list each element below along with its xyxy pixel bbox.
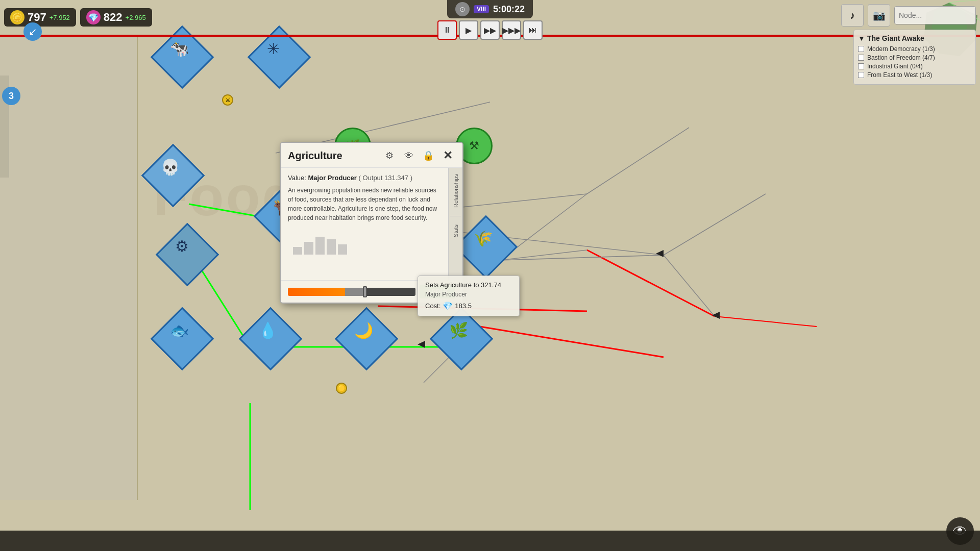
gems-value: 822 (104, 11, 122, 24)
quest-title-text: The Giant Awake (867, 34, 924, 42)
dialog-body: Value: Major Producer ( Output 131.347 )… (281, 168, 462, 280)
settings-icon-btn[interactable]: ⚙ (382, 148, 397, 163)
node-sun-moon[interactable]: 🌙 (344, 316, 389, 361)
quest-label-2: Bastion of Freedom (4/7) (867, 54, 935, 61)
description-text: An evergrowing population needs new reli… (288, 186, 441, 222)
slider-track[interactable] (288, 288, 415, 296)
gold-icon: 🪙 (10, 10, 24, 24)
tab-stats[interactable]: Stats (452, 222, 460, 239)
quest-label-1: Modern Democracy (1/3) (867, 45, 935, 53)
play-button[interactable]: ▶ (459, 20, 478, 40)
dialog-header: Agriculture ⚙ 👁 🔒 ✕ (281, 143, 462, 168)
quest-label-4: From East to West (1/3) (867, 71, 932, 79)
music-button[interactable]: ♪ (841, 4, 864, 27)
map-resource-1: ⚔ (222, 94, 233, 106)
tooltip-cost: Cost: 💎 183.5 (425, 301, 512, 311)
quest-arrow[interactable]: ▼ (858, 34, 865, 42)
node-skull[interactable]: 💀 (151, 153, 195, 198)
quest-title: ▼ The Giant Awake (858, 34, 971, 42)
svg-rect-29 (315, 237, 325, 255)
output-value: ( Output 131.347 ) (357, 174, 412, 182)
quest-panel: ▼ The Giant Awake Modern Democracy (1/3)… (853, 30, 976, 85)
node-cattle-top[interactable]: 🐄 (160, 35, 205, 80)
tooltip-line2: Major Producer (425, 291, 512, 298)
tab-divider (450, 216, 461, 216)
slider-thumb[interactable] (363, 286, 367, 297)
node-wheat[interactable]: 🌿 (439, 316, 484, 361)
dialog-title: Agriculture (288, 150, 342, 162)
tab-relationships[interactable]: Relationships (452, 172, 460, 210)
timer-coin-icon: ⊙ (455, 2, 470, 16)
node-fish[interactable]: 🐟 (160, 316, 205, 361)
svg-rect-31 (338, 244, 347, 255)
center-controls: ⊙ VIII 5:00:22 ⏸ ▶ ▶▶ ▶▶▶ ⏭ (437, 0, 543, 40)
skip-button[interactable]: ⏭ (523, 20, 543, 40)
lock-icon-btn[interactable]: 🔒 (421, 148, 436, 163)
node-windmill[interactable]: ⚙ (165, 232, 210, 277)
quest-item-3: Industrial Giant (0/4) (858, 63, 971, 70)
quest-checkbox-3[interactable] (858, 63, 864, 69)
node-sunburst[interactable]: ✳ (257, 35, 302, 80)
cost-gem-icon: 💎 (443, 301, 453, 311)
dialog-icons: ⚙ 👁 🔒 ✕ (382, 148, 455, 163)
timer-badge: VIII (474, 5, 489, 13)
map-resource-2: 🟡 (336, 383, 347, 394)
quest-checkbox-1[interactable] (858, 46, 864, 52)
svg-rect-28 (304, 242, 313, 255)
mini-chart (288, 227, 441, 259)
gold-delta: +7.952 (50, 14, 70, 21)
gold-resource: 🪙 797 +7.952 (4, 8, 76, 27)
node-grain-right[interactable]: 🌾 (463, 224, 508, 269)
dialog-sidebar-tabs: Relationships Stats (448, 168, 462, 280)
cost-value: 183.5 (455, 302, 472, 310)
playback-row: ⏸ ▶ ▶▶ ▶▶▶ ⏭ (437, 20, 543, 40)
left-sidebar (0, 35, 138, 500)
gold-value: 797 (28, 11, 46, 24)
top-right-controls: ♪ 📷 (841, 4, 976, 27)
eye-icon-btn[interactable]: 👁 (401, 148, 416, 163)
quest-checkbox-4[interactable] (858, 72, 864, 78)
close-button[interactable]: ✕ (440, 148, 455, 163)
quest-item-1: Modern Democracy (1/3) (858, 45, 971, 53)
pause-button[interactable]: ⏸ (437, 20, 457, 40)
bottom-bar (0, 531, 980, 551)
camera-button[interactable]: 📷 (868, 4, 890, 27)
tooltip: Sets Agriculture to 321.74 Major Produce… (418, 276, 520, 316)
tooltip-line1: Sets Agriculture to 321.74 (425, 281, 512, 289)
gem-icon: 💎 (86, 10, 101, 24)
quest-checkbox-2[interactable] (858, 55, 864, 61)
quest-label-3: Industrial Giant (0/4) (867, 63, 923, 70)
timer-value: 5:00:22 (493, 4, 525, 15)
svg-rect-27 (293, 247, 302, 255)
fast-forward-button[interactable]: ▶▶ (480, 20, 500, 40)
quest-item-2: Bastion of Freedom (4/7) (858, 54, 971, 61)
number-badge: 3 (2, 87, 20, 105)
gems-delta: +2.965 (126, 14, 146, 21)
faster-forward-button[interactable]: ▶▶▶ (502, 20, 521, 40)
node-search-input[interactable] (894, 6, 976, 24)
quest-item-4: From East to West (1/3) (858, 71, 971, 79)
dialog-main: Value: Major Producer ( Output 131.347 )… (281, 168, 448, 280)
gems-resource: 💎 822 +2.965 (80, 8, 152, 27)
node-water[interactable]: 💧 (248, 316, 293, 361)
cost-label: Cost: (425, 302, 440, 310)
value-line: Value: Major Producer ( Output 131.347 ) (288, 174, 441, 182)
timer-row: ⊙ VIII 5:00:22 (447, 0, 533, 18)
svg-rect-30 (327, 239, 336, 255)
arrow-badge: ↙ (23, 22, 42, 41)
